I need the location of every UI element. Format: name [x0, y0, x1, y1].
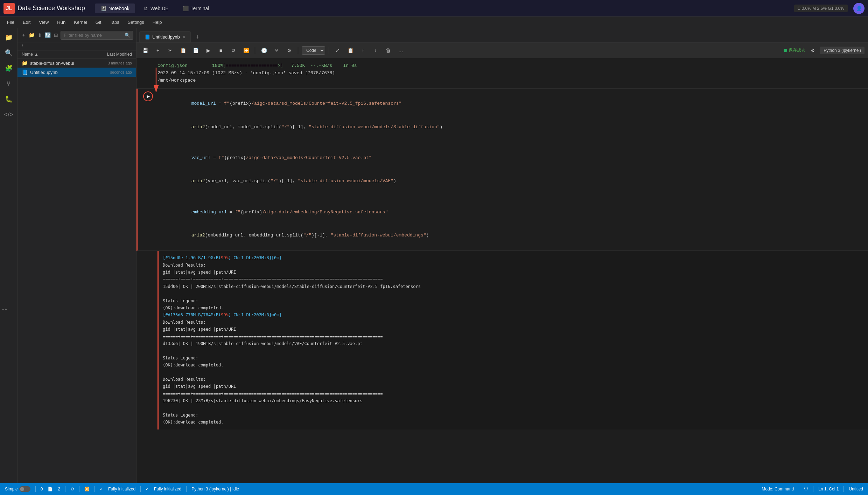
- settings-btn-right[interactable]: ⚙: [807, 45, 818, 56]
- copy-button[interactable]: 📋: [178, 45, 188, 56]
- menu-file[interactable]: File: [4, 18, 18, 26]
- output-line-3: 2023-09-14 15:17:09 (1022 MB/s) - 'confi…: [158, 70, 861, 77]
- out-line-2: Download Results:: [163, 262, 864, 269]
- column-name[interactable]: Name ▲: [22, 52, 86, 57]
- git-toolbar-button[interactable]: ⑂: [271, 45, 282, 56]
- cell-type-select[interactable]: Code: [302, 46, 325, 55]
- out-line-10: Download Results:: [163, 319, 864, 326]
- upload-button[interactable]: ⬆: [36, 30, 43, 40]
- tab-webide[interactable]: 🖥 WebIDE: [138, 4, 174, 13]
- history-button[interactable]: 🕐: [259, 45, 269, 56]
- new-file-button[interactable]: +: [20, 30, 27, 40]
- sep-6: [186, 486, 187, 492]
- folder-icon: 📁: [22, 60, 27, 66]
- save-label: 保存成功: [789, 47, 805, 53]
- restart-run-button[interactable]: ⏩: [241, 45, 251, 56]
- out-line-15: Status Legend:: [163, 355, 864, 362]
- paste-button[interactable]: 📄: [190, 45, 201, 56]
- save-button[interactable]: 💾: [140, 45, 150, 56]
- sep-5: [140, 486, 141, 492]
- run-button[interactable]: ▶: [203, 45, 214, 56]
- code-line-4: vae_url = f"{prefix}/aigc-data/vae_model…: [159, 146, 864, 170]
- breadcrumb: /: [18, 42, 136, 50]
- out-line-24: (OK):download completed.: [163, 419, 864, 426]
- menu-edit[interactable]: Edit: [19, 18, 34, 26]
- menu-settings[interactable]: Settings: [124, 18, 148, 26]
- interrupt-button[interactable]: ■: [216, 45, 226, 56]
- move-down-button[interactable]: ↓: [370, 45, 381, 56]
- webide-icon: 🖥: [144, 6, 148, 11]
- menu-run[interactable]: Run: [54, 18, 69, 26]
- menu-bar: File Edit View Run Kernel Git Tabs Setti…: [0, 17, 868, 28]
- status-file-icon: 📄: [48, 487, 53, 491]
- sep-8: [813, 486, 813, 492]
- delete-cell-button[interactable]: 🗑: [383, 45, 393, 56]
- cell-sidebar-1: ▶: [138, 89, 159, 250]
- mode-toggle[interactable]: [19, 486, 30, 492]
- nb-content[interactable]: config.json 100%[===================>] 7…: [136, 58, 868, 483]
- toolbar-separator-2: [298, 47, 298, 54]
- debug-icon-btn[interactable]: 🐛: [2, 92, 15, 106]
- save-indicator: [784, 49, 787, 52]
- cut-button[interactable]: ✂: [165, 45, 176, 56]
- restart-button[interactable]: ↺: [228, 45, 239, 56]
- toolbar-separator-3: [329, 47, 329, 54]
- code-line-7: embedding_url = f"{prefix}/aigc-data/emb…: [159, 201, 864, 224]
- file-item-notebook[interactable]: 📘 Untitled.ipynb seconds ago: [18, 68, 136, 77]
- out-line-21: 196230| OK | 23MiB/s|stable-diffusion-we…: [163, 397, 864, 404]
- copy-cell-button[interactable]: 📋: [345, 45, 356, 56]
- code-content-1[interactable]: model_url = f"{prefix}/aigc-data/sd_mode…: [159, 89, 868, 250]
- menu-view[interactable]: View: [35, 18, 52, 26]
- file-list: 📁 stable-diffusion-webui 3 minutes ago 📘…: [18, 59, 136, 483]
- search-icon-btn[interactable]: 🔍: [2, 46, 15, 60]
- user-avatar[interactable]: 👤: [853, 3, 864, 14]
- extension-icon-btn[interactable]: 🧩: [2, 62, 15, 75]
- add-cell-button[interactable]: +: [153, 45, 163, 56]
- move-up-button[interactable]: ↑: [358, 45, 368, 56]
- column-modified[interactable]: Last Modified: [86, 52, 132, 57]
- nb-tab-close[interactable]: ✕: [182, 35, 186, 40]
- search-input[interactable]: [64, 33, 122, 38]
- sidebar-toolbar: + 📁 ⬆ 🔄 ⊟ 🔍: [18, 28, 136, 42]
- menu-tabs[interactable]: Tabs: [106, 18, 122, 26]
- toolbar-separator: [255, 47, 255, 54]
- sep-2: [65, 486, 65, 492]
- file-item-folder[interactable]: 📁 stable-diffusion-webui 3 minutes ago: [18, 59, 136, 68]
- sep-7: [799, 486, 799, 492]
- more-button[interactable]: …: [396, 45, 406, 56]
- nb-tab-label: Untitled.ipynb: [152, 34, 180, 40]
- git-icon-btn[interactable]: ⑂: [2, 77, 15, 90]
- menu-git[interactable]: Git: [92, 18, 105, 26]
- file-modified-2: seconds ago: [86, 70, 132, 74]
- tab-notebook[interactable]: 📓 Notebook: [95, 4, 135, 13]
- run-cell-button[interactable]: ▶: [143, 91, 153, 101]
- code-cell-1[interactable]: ▶ model_url = f"{prefix}/aigc-data/sd_mo…: [136, 89, 868, 251]
- tab-terminal[interactable]: ⬛ Terminal: [177, 4, 215, 13]
- files-icon-btn[interactable]: 📁: [2, 31, 15, 44]
- code-line-3: [159, 139, 864, 146]
- settings-status-icon[interactable]: ⚙: [70, 487, 74, 491]
- new-folder-button[interactable]: 📁: [28, 30, 35, 40]
- notebook-icon: 📓: [100, 6, 106, 11]
- settings-toolbar-button[interactable]: ⚙: [284, 45, 294, 56]
- out-line-16: (OK):download completed.: [163, 362, 864, 369]
- top-bar: JL Data Science Workshop 📓 Notebook 🖥 We…: [0, 0, 868, 17]
- nb-add-tab-button[interactable]: +: [193, 32, 202, 42]
- out-line-22: [163, 404, 864, 411]
- app-logo: JL: [4, 3, 15, 14]
- nb-toolbar: 💾 + ✂ 📋 📄 ▶ ■ ↺ ⏩ 🕐 ⑂ ⚙ Code ⤢ 📋 ↑ ↓ 🗑 …: [136, 43, 868, 58]
- status-right: Mode: Command 🛡 Ln 1, Col 1 Untitled: [762, 486, 863, 492]
- status-count: 0: [41, 487, 43, 491]
- filter-button[interactable]: ⊟: [52, 30, 59, 40]
- sidebar: + 📁 ⬆ 🔄 ⊟ 🔍 / Name ▲ Last Modified 📁 sta…: [18, 28, 136, 483]
- save-status: 保存成功: [784, 47, 805, 53]
- nb-tab-untitled[interactable]: 📘 Untitled.ipynb ✕: [139, 31, 191, 42]
- menu-help[interactable]: Help: [149, 18, 166, 26]
- status-mode: Simple: [5, 486, 30, 492]
- code-line-2: aria2(model_url, model_url.split("/")[-1…: [159, 116, 864, 139]
- code-icon-btn[interactable]: </>: [2, 108, 15, 121]
- menu-kernel[interactable]: Kernel: [70, 18, 91, 26]
- icon-bar: 📁 🔍 🧩 ⑂ 🐛 </>: [0, 28, 18, 483]
- refresh-button[interactable]: 🔄: [44, 30, 51, 40]
- expand-button[interactable]: ⤢: [332, 45, 343, 56]
